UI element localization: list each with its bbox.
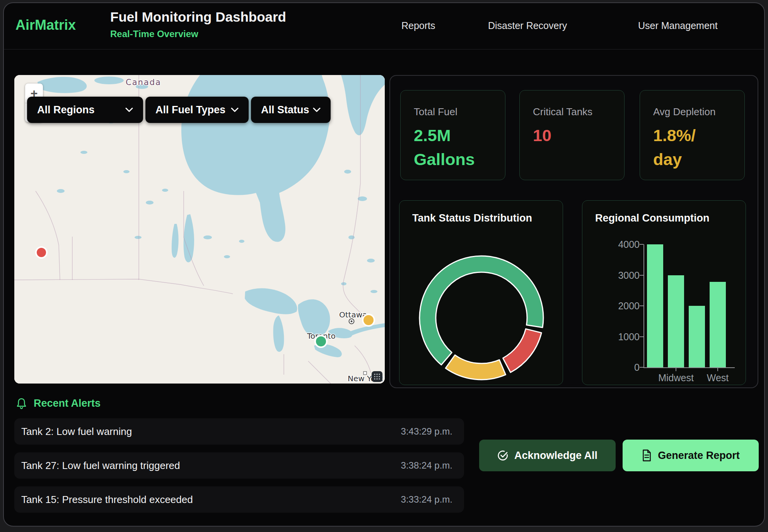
alert-text: Tank 2: Low fuel warning [21,426,132,438]
chevron-down-icon [125,107,133,112]
y-tick-label: 3000 [613,270,640,281]
stat-value-line: 1.8%/ [653,123,731,147]
map-filters: All Regions All Fuel Types All Status [27,97,331,123]
fuel-type-filter-value: All Fuel Types [155,104,225,116]
tank-marker-critical[interactable] [36,247,47,258]
chevron-down-icon [313,107,321,112]
map-label-canada: Canada [126,78,161,87]
bar-northeast [647,244,663,367]
generate-report-button[interactable]: Generate Report [623,440,759,471]
alert-row: Tank 2: Low fuel warning 3:43:29 p.m. [14,418,464,445]
stat-value-line: 2.5M [414,123,492,147]
alert-time: 3:43:29 p.m. [401,426,452,437]
alert-time: 3:38:24 p.m. [401,460,452,471]
status-filter-value: All Status [261,104,309,116]
check-circle-icon [497,450,508,461]
bar-midwest [668,275,684,368]
donut-segment-warning [445,355,506,380]
y-tick-label: 0 [613,362,640,373]
alerts-header: Recent Alerts [16,397,101,409]
alert-text: Tank 15: Pressure threshold exceeded [21,494,193,506]
tank-marker-warning[interactable] [363,314,374,326]
bar-south [689,306,705,367]
tank-marker-normal[interactable] [315,336,327,347]
stat-value: 2.5M Gallons [414,123,492,171]
stat-label: Avg Depletion [653,106,731,118]
drag-dots-icon [374,373,380,380]
bar-chart: 01000200030004000MidwestWest [582,201,746,385]
donut-chart [399,201,563,385]
fuel-type-filter-select[interactable]: All Fuel Types [145,97,249,123]
region-filter-value: All Regions [37,104,95,116]
donut-segment-critical [503,329,542,373]
alerts-title: Recent Alerts [34,397,101,409]
status-filter-select[interactable]: All Status [251,97,331,123]
y-tick-label: 2000 [613,300,640,312]
generate-report-label: Generate Report [658,450,740,462]
stat-value: 1.8%/ day [653,123,731,171]
document-icon [642,449,652,462]
page-subtitle: Real-Time Overview [110,29,286,39]
x-tick-label: West [691,372,745,384]
stat-card-critical-tanks: Critical Tanks 10 [519,90,625,180]
map-resize-handle[interactable] [372,371,382,382]
stat-value-line: 10 [533,123,611,147]
y-tick-label: 4000 [613,239,640,250]
title-block: Fuel Monitoring Dashboard Real-Time Over… [110,9,286,39]
stat-value: 10 [533,123,611,147]
stat-label: Critical Tanks [533,106,611,118]
acknowledge-all-button[interactable]: Acknowledge All [479,440,616,471]
nav-user-management[interactable]: User Management [638,20,718,31]
metrics-panel: Total Fuel 2.5M Gallons Critical Tanks 1… [389,75,758,388]
page-title: Fuel Monitoring Dashboard [110,9,286,25]
nav-reports[interactable]: Reports [401,20,435,31]
dashboard-window: AirMatrix Fuel Monitoring Dashboard Real… [3,2,765,527]
region-filter-select[interactable]: All Regions [27,97,143,123]
brand-logo: AirMatrix [15,17,76,33]
nav-disaster-recovery[interactable]: Disaster Recovery [488,20,567,31]
regional-consumption-chart-card: Regional Consumption 01000200030004000Mi… [582,200,746,385]
alert-row: Tank 15: Pressure threshold exceeded 3:3… [14,486,464,513]
stat-label: Total Fuel [414,106,492,118]
stat-value-line: day [653,147,731,171]
chevron-down-icon [231,107,239,112]
header: AirMatrix Fuel Monitoring Dashboard Real… [4,3,764,49]
acknowledge-all-label: Acknowledge All [514,450,597,462]
alert-time: 3:33:24 p.m. [401,494,452,505]
stat-value-line: Gallons [414,147,492,171]
alert-text: Tank 27: Low fuel warning triggered [21,460,180,472]
stat-card-avg-depletion: Avg Depletion 1.8%/ day [640,90,745,180]
alert-row: Tank 27: Low fuel warning triggered 3:38… [14,452,464,479]
tank-status-chart-card: Tank Status Distribution [399,200,563,385]
bar-west [710,282,726,367]
y-tick-label: 1000 [613,331,640,343]
map-canvas[interactable]: Canada Ottawa Toronto New York + − All R… [14,75,385,384]
bell-icon [16,398,27,409]
stat-card-total-fuel: Total Fuel 2.5M Gallons [400,90,505,180]
